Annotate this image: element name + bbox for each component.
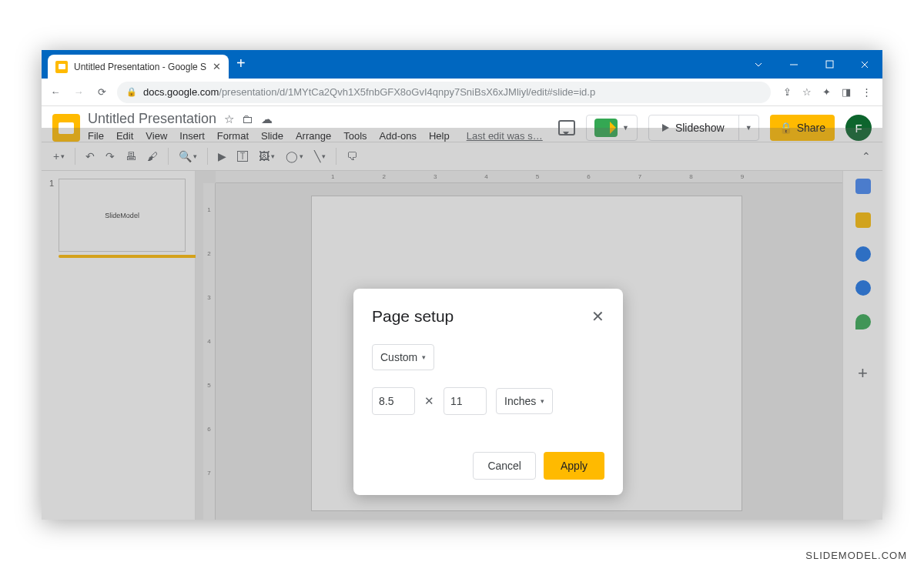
dialog-title: Page setup: [372, 307, 454, 326]
units-dropdown[interactable]: Inches ▾: [496, 388, 553, 414]
reload-button[interactable]: ⟳: [94, 86, 109, 98]
cloud-status-icon[interactable]: ☁: [261, 112, 273, 126]
chevron-down-icon: ▾: [541, 397, 544, 405]
window-controls: [741, 50, 882, 79]
svg-rect-0: [826, 61, 833, 68]
chevron-down-icon[interactable]: [741, 50, 776, 79]
width-input[interactable]: [372, 387, 415, 415]
star-icon[interactable]: ☆: [224, 112, 234, 126]
preset-dropdown[interactable]: Custom ▾: [372, 344, 434, 370]
menu-icon[interactable]: ⋮: [862, 86, 872, 98]
tab-title: Untitled Presentation - Google S: [74, 62, 206, 72]
forward-button[interactable]: →: [71, 86, 86, 98]
share-icon[interactable]: ⇪: [783, 86, 792, 98]
slides-favicon-icon: [55, 61, 68, 73]
page-setup-dialog: Page setup ✕ Custom ▾ ✕ Inches ▾ Cancel …: [353, 289, 623, 495]
url-path: /presentation/d/1MYtCa2Qvh1X5fnbGFX8oGvI…: [219, 86, 595, 98]
browser-actions: ⇪ ☆ ✦ ◨ ⋮: [778, 86, 876, 98]
dimension-separator-icon: ✕: [424, 394, 434, 408]
watermark: SLIDEMODEL.COM: [805, 550, 907, 561]
url-domain: docs.google.com: [143, 86, 219, 98]
browser-window: Untitled Presentation - Google S ✕ + ← →…: [42, 50, 882, 520]
chevron-down-icon: ▾: [422, 353, 426, 361]
close-window-button[interactable]: [847, 50, 882, 79]
lock-icon: 🔒: [126, 87, 137, 97]
minimize-button[interactable]: [776, 50, 812, 79]
extensions-icon[interactable]: ✦: [822, 86, 831, 98]
close-tab-icon[interactable]: ✕: [213, 61, 221, 72]
browser-tab[interactable]: Untitled Presentation - Google S ✕: [48, 55, 229, 79]
window-titlebar: Untitled Presentation - Google S ✕ +: [42, 50, 882, 79]
cancel-button[interactable]: Cancel: [473, 452, 536, 480]
units-value: Inches: [504, 395, 536, 407]
sidepanel-icon[interactable]: ◨: [842, 86, 851, 98]
move-icon[interactable]: 🗀: [242, 112, 253, 125]
maximize-button[interactable]: [812, 50, 847, 79]
close-dialog-button[interactable]: ✕: [591, 307, 604, 326]
new-tab-button[interactable]: +: [236, 55, 246, 71]
url-input[interactable]: 🔒 docs.google.com/presentation/d/1MYtCa2…: [117, 82, 771, 103]
address-bar: ← → ⟳ 🔒 docs.google.com/presentation/d/1…: [42, 79, 882, 106]
apply-button[interactable]: Apply: [544, 452, 604, 480]
bookmark-icon[interactable]: ☆: [802, 86, 812, 98]
document-title[interactable]: Untitled Presentation: [88, 111, 216, 127]
back-button[interactable]: ←: [48, 86, 63, 98]
preset-value: Custom: [380, 351, 417, 363]
height-input[interactable]: [444, 387, 487, 415]
